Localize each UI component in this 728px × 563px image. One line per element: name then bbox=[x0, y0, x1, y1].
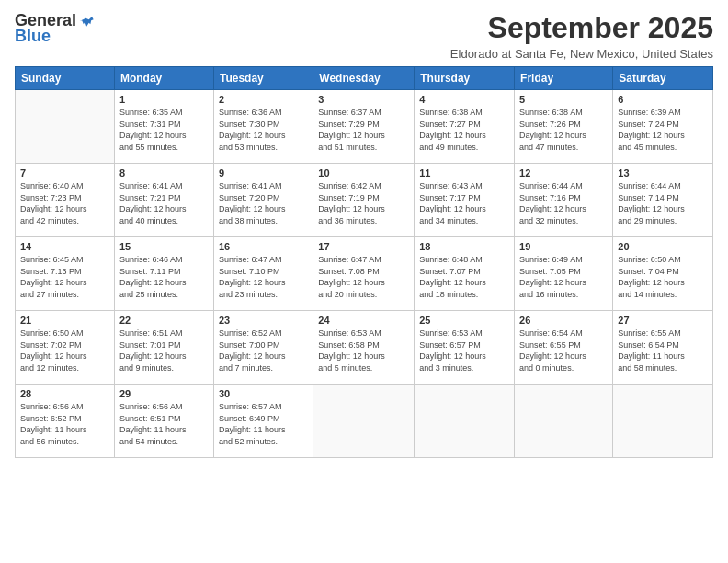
table-row: 28Sunrise: 6:56 AMSunset: 6:52 PMDayligh… bbox=[16, 385, 115, 458]
day-number: 29 bbox=[119, 388, 209, 399]
day-info: Sunrise: 6:38 AMSunset: 7:26 PMDaylight:… bbox=[519, 108, 586, 152]
day-number: 23 bbox=[219, 315, 308, 326]
day-info: Sunrise: 6:41 AMSunset: 7:21 PMDaylight:… bbox=[119, 181, 187, 225]
day-info: Sunrise: 6:38 AMSunset: 7:27 PMDaylight:… bbox=[419, 108, 486, 152]
day-info: Sunrise: 6:56 AMSunset: 6:52 PMDaylight:… bbox=[20, 402, 87, 446]
day-number: 27 bbox=[618, 315, 708, 326]
day-number: 12 bbox=[519, 167, 608, 178]
day-number: 19 bbox=[519, 241, 608, 252]
day-info: Sunrise: 6:50 AMSunset: 7:02 PMDaylight:… bbox=[20, 328, 87, 373]
table-row: 29Sunrise: 6:56 AMSunset: 6:51 PMDayligh… bbox=[114, 385, 213, 458]
table-row: 8Sunrise: 6:41 AMSunset: 7:21 PMDaylight… bbox=[114, 164, 213, 237]
table-row bbox=[313, 385, 415, 458]
day-info: Sunrise: 6:54 AMSunset: 6:55 PMDaylight:… bbox=[519, 328, 586, 373]
day-number: 6 bbox=[618, 94, 708, 105]
location: Eldorado at Santa Fe, New Mexico, United… bbox=[450, 47, 713, 61]
day-info: Sunrise: 6:37 AMSunset: 7:29 PMDaylight:… bbox=[318, 108, 385, 152]
day-number: 26 bbox=[519, 315, 608, 326]
day-info: Sunrise: 6:46 AMSunset: 7:11 PMDaylight:… bbox=[119, 255, 187, 299]
day-info: Sunrise: 6:50 AMSunset: 7:04 PMDaylight:… bbox=[618, 255, 685, 299]
calendar-week-row: 1Sunrise: 6:35 AMSunset: 7:31 PMDaylight… bbox=[16, 90, 713, 164]
table-row: 6Sunrise: 6:39 AMSunset: 7:24 PMDaylight… bbox=[613, 90, 713, 164]
day-info: Sunrise: 6:36 AMSunset: 7:30 PMDaylight:… bbox=[219, 108, 286, 152]
calendar-week-row: 21Sunrise: 6:50 AMSunset: 7:02 PMDayligh… bbox=[16, 311, 713, 385]
table-row bbox=[16, 90, 115, 164]
calendar-week-row: 28Sunrise: 6:56 AMSunset: 6:52 PMDayligh… bbox=[16, 385, 713, 458]
day-info: Sunrise: 6:39 AMSunset: 7:24 PMDaylight:… bbox=[618, 108, 685, 152]
day-info: Sunrise: 6:43 AMSunset: 7:17 PMDaylight:… bbox=[419, 181, 486, 225]
day-number: 4 bbox=[419, 94, 509, 105]
day-info: Sunrise: 6:52 AMSunset: 7:00 PMDaylight:… bbox=[219, 328, 286, 373]
table-row: 24Sunrise: 6:53 AMSunset: 6:58 PMDayligh… bbox=[313, 311, 415, 385]
table-row: 21Sunrise: 6:50 AMSunset: 7:02 PMDayligh… bbox=[16, 311, 115, 385]
table-row: 13Sunrise: 6:44 AMSunset: 7:14 PMDayligh… bbox=[613, 164, 713, 237]
table-row: 14Sunrise: 6:45 AMSunset: 7:13 PMDayligh… bbox=[16, 237, 115, 311]
day-info: Sunrise: 6:55 AMSunset: 6:54 PMDaylight:… bbox=[618, 328, 685, 373]
col-sunday: Sunday bbox=[16, 67, 115, 90]
table-row: 18Sunrise: 6:48 AMSunset: 7:07 PMDayligh… bbox=[415, 237, 515, 311]
day-number: 8 bbox=[119, 167, 209, 178]
day-number: 25 bbox=[419, 315, 509, 326]
table-row: 1Sunrise: 6:35 AMSunset: 7:31 PMDaylight… bbox=[114, 90, 213, 164]
col-wednesday: Wednesday bbox=[313, 67, 415, 90]
table-row: 22Sunrise: 6:51 AMSunset: 7:01 PMDayligh… bbox=[114, 311, 213, 385]
calendar-week-row: 7Sunrise: 6:40 AMSunset: 7:23 PMDaylight… bbox=[16, 164, 713, 237]
calendar-week-row: 14Sunrise: 6:45 AMSunset: 7:13 PMDayligh… bbox=[16, 237, 713, 311]
table-row: 3Sunrise: 6:37 AMSunset: 7:29 PMDaylight… bbox=[313, 90, 415, 164]
day-number: 5 bbox=[519, 94, 608, 105]
table-row: 30Sunrise: 6:57 AMSunset: 6:49 PMDayligh… bbox=[213, 385, 313, 458]
day-info: Sunrise: 6:44 AMSunset: 7:16 PMDaylight:… bbox=[519, 181, 586, 225]
day-info: Sunrise: 6:40 AMSunset: 7:23 PMDaylight:… bbox=[20, 181, 87, 225]
day-info: Sunrise: 6:53 AMSunset: 6:58 PMDaylight:… bbox=[318, 328, 385, 373]
table-row bbox=[515, 385, 613, 458]
table-row: 10Sunrise: 6:42 AMSunset: 7:19 PMDayligh… bbox=[313, 164, 415, 237]
table-row: 7Sunrise: 6:40 AMSunset: 7:23 PMDaylight… bbox=[16, 164, 115, 237]
day-number: 10 bbox=[318, 167, 409, 178]
table-row bbox=[415, 385, 515, 458]
day-info: Sunrise: 6:42 AMSunset: 7:19 PMDaylight:… bbox=[318, 181, 385, 225]
day-info: Sunrise: 6:47 AMSunset: 7:10 PMDaylight:… bbox=[219, 255, 286, 299]
table-row: 15Sunrise: 6:46 AMSunset: 7:11 PMDayligh… bbox=[114, 237, 213, 311]
logo-bird-icon bbox=[78, 12, 97, 30]
day-number: 3 bbox=[318, 94, 409, 105]
table-row: 17Sunrise: 6:47 AMSunset: 7:08 PMDayligh… bbox=[313, 237, 415, 311]
logo-blue-text: Blue bbox=[15, 27, 51, 46]
page: General Blue September 2025 Eldorado at … bbox=[0, 0, 728, 563]
table-row: 19Sunrise: 6:49 AMSunset: 7:05 PMDayligh… bbox=[515, 237, 613, 311]
day-info: Sunrise: 6:49 AMSunset: 7:05 PMDaylight:… bbox=[519, 255, 586, 299]
col-thursday: Thursday bbox=[415, 67, 515, 90]
day-number: 14 bbox=[20, 241, 109, 252]
table-row: 12Sunrise: 6:44 AMSunset: 7:16 PMDayligh… bbox=[515, 164, 613, 237]
table-row: 26Sunrise: 6:54 AMSunset: 6:55 PMDayligh… bbox=[515, 311, 613, 385]
col-tuesday: Tuesday bbox=[213, 67, 313, 90]
table-row: 23Sunrise: 6:52 AMSunset: 7:00 PMDayligh… bbox=[213, 311, 313, 385]
col-monday: Monday bbox=[114, 67, 213, 90]
day-number: 28 bbox=[20, 388, 109, 399]
header: General Blue September 2025 Eldorado at … bbox=[15, 11, 713, 61]
day-number: 18 bbox=[419, 241, 509, 252]
table-row: 16Sunrise: 6:47 AMSunset: 7:10 PMDayligh… bbox=[213, 237, 313, 311]
day-info: Sunrise: 6:53 AMSunset: 6:57 PMDaylight:… bbox=[419, 328, 486, 373]
day-info: Sunrise: 6:41 AMSunset: 7:20 PMDaylight:… bbox=[219, 181, 286, 225]
day-number: 2 bbox=[219, 94, 308, 105]
day-number: 13 bbox=[618, 167, 708, 178]
day-info: Sunrise: 6:45 AMSunset: 7:13 PMDaylight:… bbox=[20, 255, 87, 299]
table-row: 25Sunrise: 6:53 AMSunset: 6:57 PMDayligh… bbox=[415, 311, 515, 385]
table-row: 9Sunrise: 6:41 AMSunset: 7:20 PMDaylight… bbox=[213, 164, 313, 237]
day-number: 1 bbox=[119, 94, 209, 105]
day-info: Sunrise: 6:44 AMSunset: 7:14 PMDaylight:… bbox=[618, 181, 685, 225]
day-number: 17 bbox=[318, 241, 409, 252]
day-info: Sunrise: 6:51 AMSunset: 7:01 PMDaylight:… bbox=[119, 328, 187, 373]
logo: General Blue bbox=[15, 11, 97, 46]
table-row: 2Sunrise: 6:36 AMSunset: 7:30 PMDaylight… bbox=[213, 90, 313, 164]
day-number: 22 bbox=[119, 315, 209, 326]
title-block: September 2025 Eldorado at Santa Fe, New… bbox=[450, 11, 713, 61]
table-row: 4Sunrise: 6:38 AMSunset: 7:27 PMDaylight… bbox=[415, 90, 515, 164]
day-number: 16 bbox=[219, 241, 308, 252]
day-number: 24 bbox=[318, 315, 409, 326]
day-number: 7 bbox=[20, 167, 109, 178]
day-info: Sunrise: 6:48 AMSunset: 7:07 PMDaylight:… bbox=[419, 255, 486, 299]
table-row bbox=[613, 385, 713, 458]
calendar-table: Sunday Monday Tuesday Wednesday Thursday… bbox=[15, 66, 713, 458]
col-saturday: Saturday bbox=[613, 67, 713, 90]
